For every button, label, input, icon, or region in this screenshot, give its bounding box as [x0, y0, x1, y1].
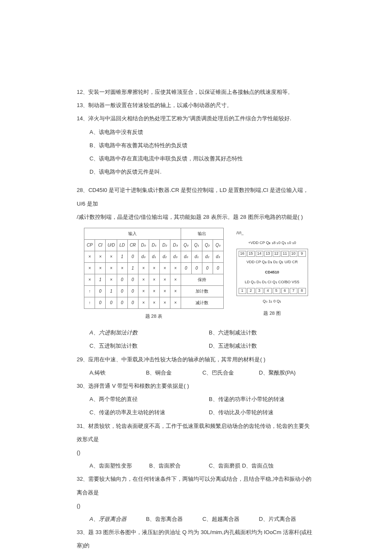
option-32a: A、牙嵌离合器: [89, 512, 146, 526]
question-13: 13、制动器一般设置在转速较低的轴上，以减小制动器的尺寸。: [77, 99, 315, 112]
chip-row2-labels: LD Q₀ D₀ D₁ CI Q₁ CO/BO VSS: [239, 278, 306, 287]
chip-pins-bottom: 12345678: [239, 288, 306, 294]
table-row: ↑0000××××减计数: [84, 297, 223, 308]
question-28-line1: 28、CD45I0 是可逆十进制集成计数器.CR 是熨位控制端，LD 是置数控制…: [77, 183, 315, 210]
option-29c: C、巴氏合金: [202, 366, 259, 379]
circuit-diagram-28: ЛЛ_ +VDD CP Q₃ ₁8 ₁0 Q₁ ₁0 ₁0 1615141312…: [236, 228, 308, 322]
signal-icon: ЛЛ_: [236, 229, 308, 238]
question-32-line2: (): [77, 499, 315, 512]
option-29b: B、铜合金: [146, 366, 203, 379]
option-28b: B、六进制减法计数: [209, 326, 257, 339]
figure-caption: 题 28 图: [236, 308, 308, 319]
table-caption: 题 28 表: [84, 311, 223, 322]
question-33-line2: 截面积均为 50cπΛ 不计任何损失，运动部件向左运动，运动速度是 V=1.5/…: [77, 552, 315, 555]
option-28a: A、六进制加法计数: [89, 326, 209, 339]
option-30a: A、两个带轮的直径: [89, 392, 209, 406]
option-30d: D、传动比及小带轮的转速: [209, 406, 274, 419]
chip-top-signals: +VDD CP Q₃ ₁8 ₁0 Q₁ ₁0 ₁0: [236, 238, 308, 248]
figure-28-block: 输入 输出 CPCIU/DLDCRD₀D₁D₂D₃Q₀Q₁Q₂Q₃ ×××10d…: [77, 228, 315, 322]
question-12: 12、安装一对圆锥形摩擦轮时，应使其锥顶至合，以保证锥面上各接触点的线速度相等。: [77, 85, 315, 99]
option-29a: A,铸铁: [89, 366, 146, 379]
table-header-input: 输入: [84, 228, 181, 239]
table-28: 输入 输出 CPCIU/DLDCRD₀D₁D₂D₃Q₀Q₁Q₂Q₃ ×××10d…: [84, 228, 223, 322]
question-31-line1: 31、材质较软，轮齿表面硬度不高，工作于低速重载和频繁启动场合的齿轮传动，轮齿的…: [77, 419, 315, 446]
table-col-headers: CPCIU/DLDCRD₀D₁D₂D₃Q₀Q₁Q₂Q₃: [84, 239, 223, 251]
option-31cd: C、齿面磨损 D、齿面点蚀: [209, 459, 274, 472]
option-14c: C、该电路中存在直流电流中串联负反馈，用以改善其好态特性: [77, 152, 315, 165]
question-29: 29、应用在中速、中重载及冲击性较大场合的轴承的轴瓦，其常用的材料是( ): [77, 353, 315, 366]
chip-row1-labels: VDD CP Q₃ D₃ D₂ Q₂ U/D CR: [239, 258, 306, 267]
question-33-line1: 33、题 33 图所示各图中，液压缸的供油址 Q 均为 30L/mim,内孔截面…: [77, 526, 315, 552]
option-30c: C、传递的功率及主动轮的转速: [89, 406, 209, 419]
table-header-output: 输出: [181, 228, 223, 239]
chip-name: CD4510: [239, 268, 306, 277]
option-32c: C、超越离合器: [202, 512, 259, 526]
table-row: ××××1××××0000: [84, 262, 223, 274]
option-31b: B、齿面胶合: [149, 459, 209, 472]
question-32-line1: 32、需要较大轴向力，在任何转速条件下，两轴均可以分离或结合，且结合平稳,冲击和…: [77, 472, 315, 499]
table-row: ↑0100××××加计数: [84, 285, 223, 297]
option-29d: D、聚酰胺(PA): [259, 366, 316, 379]
option-14d: D、该电路中的反馈元件是叫.: [77, 165, 315, 178]
option-31a: A、齿面塑性变形: [89, 459, 149, 472]
question-14: 14、淬火与中温回火相结合的热处理工艺称为"调质调质处理后的工件综合力学性能较好…: [77, 112, 315, 125]
question-31-line2: (): [77, 446, 315, 459]
option-14b: B、该电路中有改善其动态特性的负反馈: [77, 139, 315, 152]
question-30: 30、选择普通 V 带型号和根数的主要依据是( ): [77, 379, 315, 392]
chip-bottom-signals: Q₀ 1₁ 0 Q₁: [236, 297, 308, 306]
option-30b: B、传递的功率计小带轮的转速: [209, 392, 285, 406]
option-28c: C、五进制加法计数: [89, 339, 209, 352]
question-28-line2: /减计数控制端，晶是进位/借位输出端，其功能如题 28 表所示。题 28 图所示…: [77, 210, 315, 224]
chip-pins-top: 161514131211109: [239, 251, 306, 257]
option-14a: A、该电路中没有反馈: [77, 125, 315, 139]
option-32b: B、齿形离合器: [146, 512, 203, 526]
option-28d: D、五进制减法计数: [209, 339, 257, 352]
table-row: ×××10d₀d₁d₂d₃d₀d₁d₂d₃: [84, 251, 223, 262]
option-32d: D、片式离合器: [259, 512, 316, 526]
table-row: ×1×00××××保持: [84, 274, 223, 285]
